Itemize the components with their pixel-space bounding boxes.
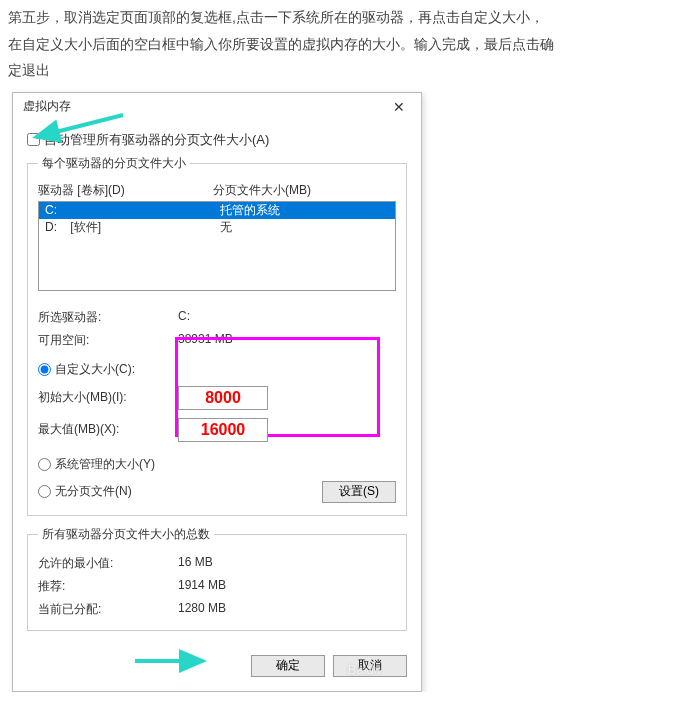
virtual-memory-dialog: 虚拟内存 ✕ 自动管理所有驱动器的分页文件大小(A) 每个驱动器的分页文件大小 … [12, 92, 422, 692]
instruction-text: 第五步，取消选定页面顶部的复选框,点击一下系统所在的驱动器，再点击自定义大小， … [0, 0, 698, 92]
current-alloc-label: 当前已分配: [38, 601, 178, 618]
initial-size-label: 初始大小(MB)(I): [38, 389, 178, 406]
instruction-line2: 在自定义大小后面的空白框中输入你所要设置的虚拟内存的大小。输入完成，最后点击确 [8, 36, 554, 52]
arrow-annotation-2 [133, 651, 213, 674]
ok-button[interactable]: 确定 [251, 655, 325, 677]
avail-space-value: 38931 MB [178, 332, 233, 349]
drive-paging: 无 [220, 219, 232, 236]
sys-managed-label: 系统管理的大小(Y) [55, 456, 155, 473]
min-allowed-label: 允许的最小值: [38, 555, 178, 572]
auto-manage-label: 自动管理所有驱动器的分页文件大小(A) [44, 131, 269, 149]
recommended-label: 推荐: [38, 578, 178, 595]
max-size-input[interactable] [178, 418, 268, 442]
no-paging-label: 无分页文件(N) [55, 483, 132, 500]
selected-drive-label: 所选驱动器: [38, 309, 178, 326]
avail-space-label: 可用空间: [38, 332, 178, 349]
sys-managed-radio[interactable] [38, 458, 51, 471]
drive-label: [软件] [70, 220, 101, 234]
col-paging-header: 分页文件大小(MB) [213, 182, 311, 199]
drive-row[interactable]: D: [软件] 无 [39, 219, 395, 236]
recommended-value: 1914 MB [178, 578, 226, 595]
custom-size-radio[interactable] [38, 363, 51, 376]
cancel-button[interactable]: 取消 [333, 655, 407, 677]
total-legend: 所有驱动器分页文件大小的总数 [38, 526, 214, 543]
titlebar: 虚拟内存 ✕ [13, 93, 421, 121]
set-button[interactable]: 设置(S) [322, 481, 396, 503]
per-drive-fieldset: 每个驱动器的分页文件大小 驱动器 [卷标](D) 分页文件大小(MB) C: 托… [27, 155, 407, 516]
min-allowed-value: 16 MB [178, 555, 213, 572]
selected-drive-value: C: [178, 309, 190, 326]
instruction-line1: 第五步，取消选定页面顶部的复选框,点击一下系统所在的驱动器，再点击自定义大小， [8, 9, 544, 25]
initial-size-input[interactable] [178, 386, 268, 410]
auto-manage-checkbox[interactable] [27, 133, 40, 146]
custom-size-label: 自定义大小(C): [55, 361, 135, 378]
drive-row[interactable]: C: 托管的系统 [39, 202, 395, 219]
drive-paging: 托管的系统 [220, 202, 280, 219]
no-paging-radio[interactable] [38, 485, 51, 498]
dialog-title: 虚拟内存 [23, 98, 383, 115]
close-button[interactable]: ✕ [383, 96, 415, 118]
dialog-footer: 确定 取消 Baidu [13, 645, 421, 691]
drive-list[interactable]: C: 托管的系统 D: [软件] 无 [38, 201, 396, 291]
total-fieldset: 所有驱动器分页文件大小的总数 允许的最小值: 16 MB 推荐: 1914 MB… [27, 526, 407, 631]
instruction-line3: 定退出 [8, 62, 50, 78]
drive-letter: D: [45, 220, 57, 234]
drive-letter: C: [45, 203, 57, 217]
max-size-label: 最大值(MB)(X): [38, 421, 178, 438]
current-alloc-value: 1280 MB [178, 601, 226, 618]
per-drive-legend: 每个驱动器的分页文件大小 [38, 155, 190, 172]
col-drive-header: 驱动器 [卷标](D) [38, 182, 213, 199]
